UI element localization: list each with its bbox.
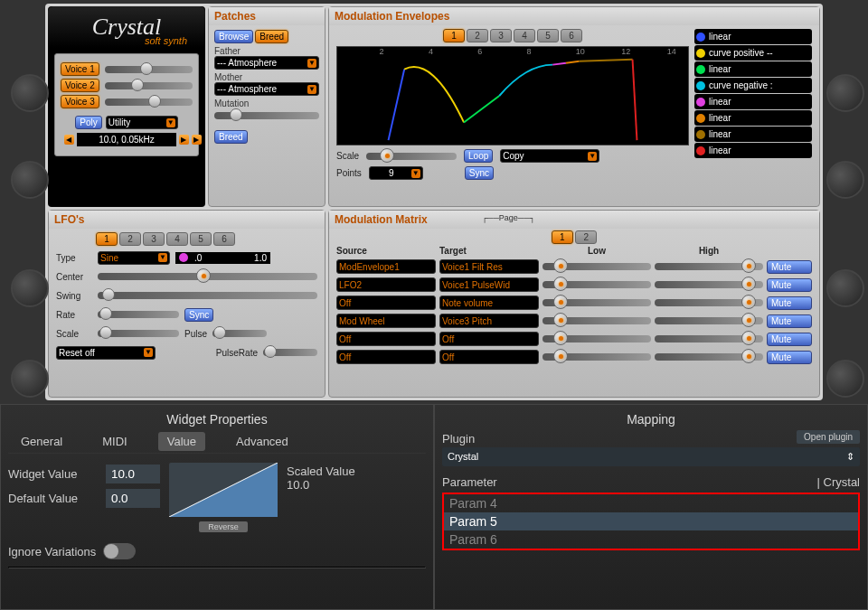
curve-row[interactable]: linear▼	[694, 61, 812, 77]
plugin-dropdown[interactable]: Crystal ⇕	[442, 447, 860, 466]
target-dropdown[interactable]: Off▼	[439, 332, 539, 346]
curve-row[interactable]: curve positive --▼	[694, 45, 812, 61]
source-dropdown[interactable]: Off▼	[336, 332, 436, 346]
lfo-tab-2[interactable]: 2	[119, 232, 141, 246]
curve-row[interactable]: linear▼	[694, 143, 812, 158]
mute-button[interactable]: Mute	[767, 351, 812, 364]
curve-row[interactable]: linear▼	[694, 94, 812, 109]
lfo-tab-6[interactable]: 6	[213, 232, 235, 246]
matrix-page-2[interactable]: 2	[575, 230, 597, 244]
reset-dropdown[interactable]: Reset off▼	[56, 346, 156, 360]
high-slider[interactable]	[655, 263, 763, 270]
voice-1-button[interactable]: Voice 1	[61, 62, 99, 76]
rate-slider[interactable]	[98, 311, 179, 318]
browse-button[interactable]: Browse	[214, 30, 253, 43]
points-dropdown[interactable]: 9▼	[369, 166, 423, 180]
target-dropdown[interactable]: Note volume▼	[439, 296, 539, 310]
target-dropdown[interactable]: Voice1 Filt Res▼	[439, 259, 539, 274]
curve-row[interactable]: linear▼	[694, 110, 812, 126]
breed-button[interactable]: Breed	[214, 130, 248, 144]
high-slider[interactable]	[655, 353, 763, 361]
tab-midi[interactable]: MIDI	[93, 432, 136, 451]
poly-button[interactable]: Poly	[75, 116, 101, 129]
center-slider[interactable]	[98, 273, 317, 280]
copy-dropdown[interactable]: Copy▼	[500, 149, 599, 163]
matrix-page-1[interactable]: 1	[552, 230, 573, 244]
scale-slider[interactable]	[366, 153, 457, 160]
source-dropdown[interactable]: Off▼	[336, 296, 436, 310]
source-dropdown[interactable]: Off▼	[336, 350, 436, 364]
lfo-tab-4[interactable]: 4	[166, 232, 188, 246]
curve-list: linear▼curve positive --▼linear▼curve ne…	[694, 29, 812, 183]
curve-row[interactable]: linear▼	[694, 29, 812, 44]
param-item[interactable]: Param 6	[444, 530, 858, 549]
high-slider[interactable]	[655, 335, 763, 343]
swing-slider[interactable]	[98, 292, 317, 299]
high-slider[interactable]	[655, 299, 763, 306]
lfo-tab-5[interactable]: 5	[190, 232, 212, 246]
param-item[interactable]: Param 4	[444, 494, 858, 512]
mute-button[interactable]: Mute	[767, 260, 812, 274]
high-slider[interactable]	[655, 281, 763, 288]
lfo-scale-slider[interactable]	[98, 330, 179, 337]
sync-button[interactable]: Sync	[465, 166, 494, 180]
modenv-tab-2[interactable]: 2	[467, 29, 488, 42]
modenv-tab-6[interactable]: 6	[561, 29, 582, 42]
curve-row[interactable]: linear▼	[694, 127, 812, 142]
low-slider[interactable]	[542, 263, 651, 270]
father-dropdown[interactable]: --- Atmosphere▼	[214, 56, 319, 70]
open-plugin-button[interactable]: Open plugin	[797, 430, 860, 444]
tab-general[interactable]: General	[12, 432, 71, 451]
low-slider[interactable]	[542, 281, 651, 288]
source-dropdown[interactable]: Mod Wheel▼	[336, 314, 436, 328]
arrow-right-icon[interactable]: ▶	[179, 135, 189, 145]
envelope-graph[interactable]: 2 4 6 8 10 12 14	[336, 46, 689, 145]
voice-3-slider[interactable]	[105, 99, 193, 106]
parameter-list[interactable]: Param 4Param 5Param 6	[442, 493, 860, 550]
pulse-slider[interactable]	[212, 330, 267, 337]
utility-dropdown[interactable]: Utility▼	[106, 116, 178, 129]
low-slider[interactable]	[542, 335, 651, 343]
lfo-tab-1[interactable]: 1	[96, 232, 118, 246]
mute-button[interactable]: Mute	[767, 314, 812, 328]
modenv-tab-4[interactable]: 4	[514, 29, 535, 42]
high-slider[interactable]	[655, 317, 763, 324]
arrow-right-icon[interactable]: ▶	[192, 135, 202, 145]
mute-button[interactable]: Mute	[767, 333, 812, 346]
modenv-tab-5[interactable]: 5	[537, 29, 559, 42]
low-slider[interactable]	[542, 299, 651, 306]
mutation-slider[interactable]	[214, 112, 319, 119]
breed-tab[interactable]: Breed	[255, 30, 288, 43]
target-dropdown[interactable]: Voice1 PulseWid▼	[439, 277, 539, 292]
voice-3-button[interactable]: Voice 3	[61, 95, 99, 108]
reverse-button[interactable]: Reverse	[199, 521, 248, 532]
pulserate-slider[interactable]	[263, 349, 317, 356]
mother-dropdown[interactable]: --- Atmosphere▼	[214, 82, 319, 96]
mute-button[interactable]: Mute	[767, 296, 812, 310]
tab-value[interactable]: Value	[158, 432, 205, 451]
arrow-left-icon[interactable]: ◀	[64, 135, 74, 145]
target-dropdown[interactable]: Off▼	[439, 350, 539, 364]
widget-value-input[interactable]	[106, 465, 160, 483]
default-value-input[interactable]	[106, 489, 160, 508]
param-item[interactable]: Param 5	[444, 512, 858, 530]
lfo-sync-button[interactable]: Sync	[184, 308, 213, 322]
modenv-tab-3[interactable]: 3	[490, 29, 512, 42]
ignore-variations-toggle[interactable]	[103, 543, 136, 559]
lfo-tab-3[interactable]: 3	[143, 232, 165, 246]
tab-advanced[interactable]: Advanced	[227, 432, 297, 451]
voice-2-button[interactable]: Voice 2	[61, 79, 99, 92]
voice-2-slider[interactable]	[105, 82, 193, 89]
modenv-tab-1[interactable]: 1	[443, 29, 465, 42]
source-dropdown[interactable]: ModEnvelope1▼	[336, 259, 436, 274]
loop-button[interactable]: Loop	[464, 149, 493, 163]
curve-display[interactable]	[169, 463, 278, 517]
low-slider[interactable]	[542, 317, 651, 324]
source-dropdown[interactable]: LFO2▼	[336, 277, 436, 292]
mute-button[interactable]: Mute	[767, 278, 812, 292]
low-slider[interactable]	[542, 353, 651, 361]
type-dropdown[interactable]: Sine▼	[98, 251, 170, 265]
voice-1-slider[interactable]	[105, 66, 193, 73]
target-dropdown[interactable]: Voice3 Pitch▼	[439, 314, 539, 328]
curve-row[interactable]: curve negative :▼	[694, 78, 812, 93]
